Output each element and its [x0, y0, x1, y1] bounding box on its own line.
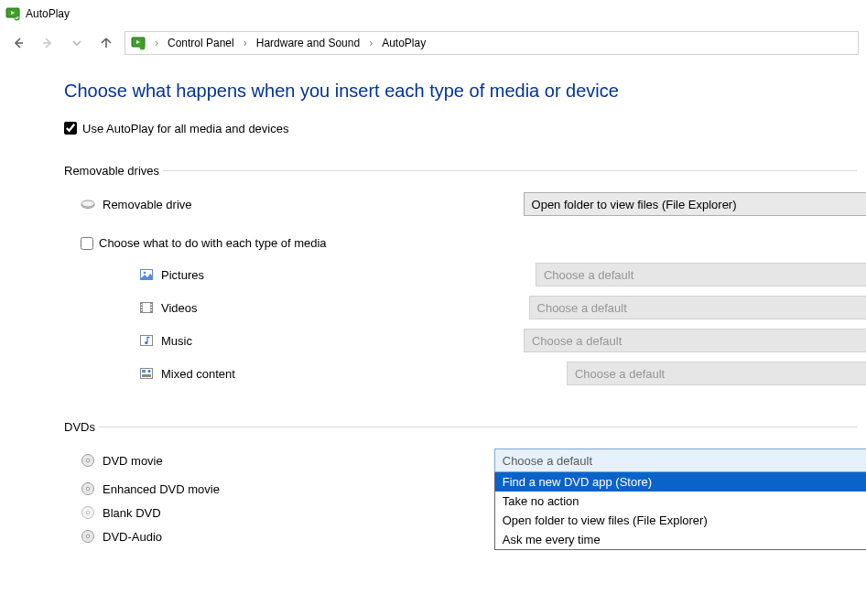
dvd-movie-row: DVD movie Choose a default ﹀ Find a new …: [64, 448, 857, 472]
window-titlebar: AutoPlay: [0, 0, 866, 27]
dvd-icon: [81, 505, 95, 520]
removable-drive-text: Removable drive: [103, 198, 192, 211]
svg-rect-26: [142, 374, 151, 377]
media-label: Pictures: [161, 268, 204, 282]
combo-option[interactable]: Find a new DVD app (Store): [495, 472, 866, 492]
music-combo: Choose a default: [524, 329, 866, 352]
pictures-combo: Choose a default: [536, 263, 866, 286]
autoplay-breadcrumb-icon: [131, 36, 147, 50]
combo-placeholder: Choose a default: [503, 454, 592, 468]
use-autoplay-all-checkbox[interactable]: Use AutoPlay for all media and devices: [64, 122, 288, 135]
breadcrumb-sep-icon: ›: [155, 37, 158, 49]
per-media-input[interactable]: [81, 237, 93, 250]
dvd-movie-combo-head[interactable]: Choose a default ﹀: [494, 448, 866, 472]
page-heading: Choose what happens when you insert each…: [64, 81, 857, 102]
nav-back-button[interactable]: [7, 32, 29, 54]
dvd-label: DVD-Audio: [103, 530, 162, 544]
svg-rect-20: [151, 309, 153, 311]
content-area: Choose what happens when you insert each…: [0, 59, 866, 544]
section-legend: Removable drives: [64, 164, 159, 178]
pictures-icon: [139, 267, 154, 282]
combo-option[interactable]: Ask me every time: [495, 530, 866, 549]
use-autoplay-all-label: Use AutoPlay for all media and devices: [82, 122, 288, 135]
svg-rect-24: [142, 370, 146, 373]
svg-point-32: [86, 511, 90, 514]
music-icon: [139, 333, 154, 348]
breadcrumb-sep-icon: ›: [244, 37, 247, 49]
media-row-mixed: Mixed content Choose a default ﹀: [64, 362, 857, 385]
breadcrumb-item[interactable]: Control Panel: [166, 35, 236, 51]
per-media-label: Choose what to do with each type of medi…: [99, 236, 327, 250]
breadcrumb-item[interactable]: Hardware and Sound: [254, 35, 362, 51]
svg-point-34: [86, 535, 90, 538]
per-media-checkbox[interactable]: Choose what to do with each type of medi…: [81, 236, 327, 250]
svg-point-30: [86, 487, 90, 491]
svg-rect-18: [151, 304, 153, 306]
media-label: Music: [161, 334, 192, 348]
use-autoplay-all-row: Use AutoPlay for all media and devices: [64, 118, 857, 138]
section-header-removable: Removable drives: [64, 164, 857, 178]
nav-recent-dropdown[interactable]: [66, 32, 88, 54]
removable-drive-combo[interactable]: Open folder to view files (File Explorer…: [524, 192, 866, 216]
svg-point-28: [86, 459, 90, 462]
svg-point-9: [81, 200, 94, 207]
dvd-icon: [81, 529, 95, 544]
dvd-icon: [81, 453, 95, 468]
svg-rect-16: [141, 307, 143, 308]
media-row-pictures: Pictures Choose a default ﹀: [64, 263, 857, 286]
breadcrumb-sep-icon: ›: [369, 37, 373, 49]
svg-rect-17: [141, 309, 143, 311]
videos-combo: Choose a default: [529, 296, 866, 319]
svg-point-25: [148, 370, 151, 373]
combo-option[interactable]: Take no action: [495, 492, 866, 511]
media-label: Videos: [161, 301, 198, 315]
media-row-videos: Videos Choose a default ﹀: [64, 296, 857, 319]
section-header-dvds: DVDs: [64, 420, 857, 434]
dvd-label: Blank DVD: [103, 506, 161, 520]
svg-point-7: [140, 45, 146, 50]
videos-icon: [139, 300, 154, 315]
media-row-music: Music Choose a default ﹀: [64, 329, 857, 352]
autoplay-app-icon: [5, 6, 20, 21]
nav-up-button[interactable]: [95, 32, 117, 54]
dvd-label: DVD movie: [103, 454, 163, 468]
per-media-checkbox-row: Choose what to do with each type of medi…: [64, 236, 857, 250]
mixed-combo: Choose a default: [567, 362, 866, 385]
svg-point-11: [144, 272, 146, 275]
use-autoplay-all-input[interactable]: [64, 122, 77, 135]
svg-point-22: [145, 341, 147, 344]
dvd-movie-combo[interactable]: Choose a default ﹀ Find a new DVD app (S…: [494, 448, 866, 550]
removable-drive-row: Removable drive Open folder to view file…: [64, 192, 857, 216]
removable-drive-label: Removable drive: [81, 197, 192, 211]
breadcrumb-item[interactable]: AutoPlay: [380, 35, 428, 51]
dvd-icon: [81, 481, 95, 496]
section-rule: [163, 170, 857, 171]
media-label: Mixed content: [161, 367, 235, 381]
dvd-movie-combo-listbox[interactable]: Find a new DVD app (Store) Take no actio…: [494, 472, 866, 550]
dvd-label: Enhanced DVD movie: [103, 482, 220, 496]
combo-option[interactable]: Open folder to view files (File Explorer…: [495, 511, 866, 530]
section-rule: [99, 427, 857, 427]
mixed-content-icon: [139, 366, 154, 381]
svg-rect-19: [151, 307, 153, 308]
address-bar[interactable]: › Control Panel › Hardware and Sound › A…: [124, 31, 859, 55]
removable-drive-icon: [81, 197, 95, 211]
nav-forward-button: [37, 32, 59, 54]
window-title: AutoPlay: [26, 7, 70, 20]
navigation-bar: › Control Panel › Hardware and Sound › A…: [0, 27, 866, 59]
svg-rect-15: [141, 304, 143, 306]
section-legend: DVDs: [64, 420, 95, 434]
